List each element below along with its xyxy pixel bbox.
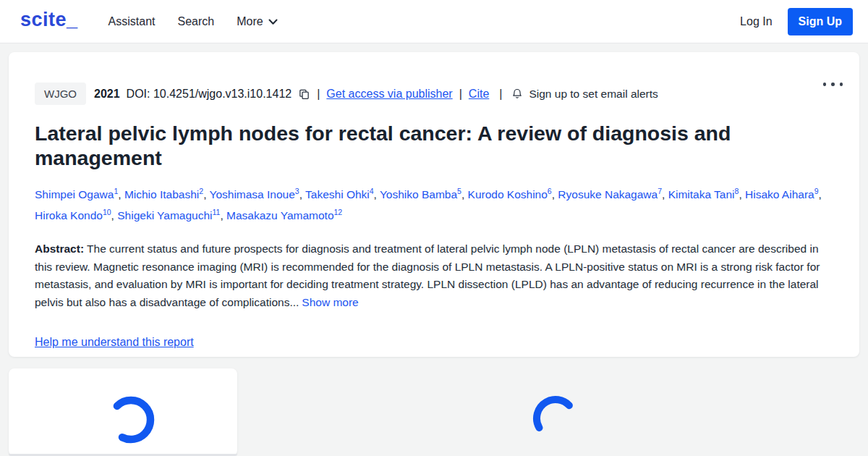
loading-spinner-icon xyxy=(103,392,158,447)
author-affiliation-sup: 11 xyxy=(213,208,221,216)
author-link[interactable]: Masakazu Yamamoto12 xyxy=(226,209,342,221)
author-separator: , xyxy=(662,188,668,200)
copy-icon xyxy=(298,88,310,101)
show-more-link[interactable]: Show more xyxy=(302,296,358,308)
author-separator: , xyxy=(111,209,118,221)
author-separator: , xyxy=(374,188,380,200)
email-alerts-button[interactable]: Sign up to set email alerts xyxy=(511,87,658,101)
paper-abstract: Abstract:The current status and future p… xyxy=(35,240,833,311)
author-link[interactable]: Hisako Aihara9 xyxy=(745,188,818,200)
author-separator: , xyxy=(461,188,468,200)
author-affiliation-sup: 10 xyxy=(103,208,111,216)
main-nav: Assistant Search More xyxy=(109,15,278,28)
author-separator: , xyxy=(299,188,305,200)
top-navbar: scite_ Assistant Search More Log In Sign… xyxy=(0,0,868,43)
author-list: Shimpei Ogawa1, Michio Itabashi2, Yoshim… xyxy=(35,182,833,224)
loading-spinner-icon xyxy=(529,392,582,444)
author-affiliation-sup: 12 xyxy=(334,208,343,216)
abstract-label: Abstract: xyxy=(35,242,84,255)
bell-icon xyxy=(511,87,523,101)
author-link[interactable]: Yoshimasa Inoue3 xyxy=(209,188,299,200)
author-link[interactable]: Shigeki Yamaguchi11 xyxy=(117,209,220,221)
email-alerts-label: Sign up to set email alerts xyxy=(529,88,658,101)
separator: | xyxy=(317,88,320,101)
author-link[interactable]: Hiroka Kondo10 xyxy=(35,209,111,221)
author-link[interactable]: Kurodo Koshino6 xyxy=(468,188,552,200)
get-access-link[interactable]: Get access via publisher xyxy=(326,88,452,101)
author-link[interactable]: Ryosuke Nakagawa7 xyxy=(558,188,662,200)
abstract-text: The current status and future prospects … xyxy=(35,242,820,308)
author-link[interactable]: Shimpei Ogawa1 xyxy=(35,188,118,200)
copy-doi-button[interactable] xyxy=(298,88,310,101)
paper-title: Lateral pelvic lymph nodes for rectal ca… xyxy=(35,121,780,170)
login-link[interactable]: Log In xyxy=(740,15,772,28)
paper-card: WJGO 2021 DOI: 10.4251/wjgo.v13.i10.1412… xyxy=(9,52,859,357)
paper-doi: DOI: 10.4251/wjgo.v13.i10.1412 xyxy=(127,88,292,101)
ellipsis-menu-icon[interactable] xyxy=(822,80,845,89)
signup-button[interactable]: Sign Up xyxy=(788,8,853,35)
author-link[interactable]: Yoshiko Bamba5 xyxy=(380,188,461,200)
author-separator: , xyxy=(819,188,822,200)
paper-meta-row: WJGO 2021 DOI: 10.4251/wjgo.v13.i10.1412… xyxy=(35,83,833,105)
separator: | xyxy=(459,88,462,101)
chevron-down-icon xyxy=(268,19,278,25)
nav-item-assistant[interactable]: Assistant xyxy=(109,15,156,28)
nav-item-search[interactable]: Search xyxy=(177,15,214,28)
author-link[interactable]: Takeshi Ohki4 xyxy=(305,188,374,200)
author-separator: , xyxy=(739,188,745,200)
cite-link[interactable]: Cite xyxy=(469,88,489,101)
separator: | xyxy=(499,88,502,101)
author-link[interactable]: Kimitaka Tani8 xyxy=(668,188,739,200)
author-link[interactable]: Michio Itabashi2 xyxy=(124,188,203,200)
author-separator: , xyxy=(220,209,226,221)
help-understand-link[interactable]: Help me understand this report xyxy=(35,336,194,349)
journal-badge: WJGO xyxy=(35,83,86,105)
author-separator: , xyxy=(118,188,124,200)
scite-logo[interactable]: scite_ xyxy=(20,10,78,33)
nav-item-more[interactable]: More xyxy=(237,15,277,28)
paper-year: 2021 xyxy=(94,88,120,101)
